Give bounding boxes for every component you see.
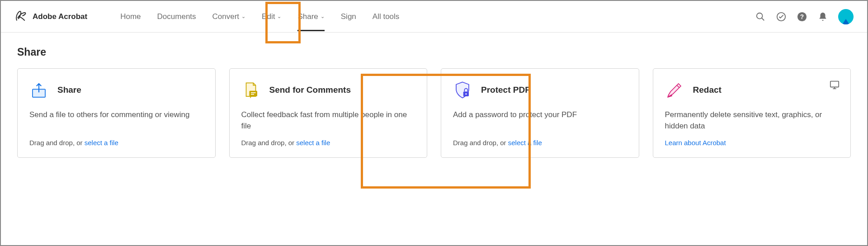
nav-edit[interactable]: Edit⌄ <box>254 3 289 30</box>
card-foot: Drag and drop, or select a file <box>29 139 203 147</box>
card-foot: Drag and drop, or select a file <box>241 139 415 147</box>
header-right: ? <box>755 9 854 24</box>
page-title: Share <box>17 46 851 58</box>
card-desc: Permanently delete sensitive text, graph… <box>665 109 839 132</box>
header: Adobe Acrobat Home Documents Convert⌄ Ed… <box>1 1 867 33</box>
card-title: Send for Comments <box>269 85 351 95</box>
checkmark-circle-icon[interactable] <box>776 11 787 22</box>
card-share[interactable]: Share Send a file to others for commenti… <box>17 68 216 158</box>
select-file-link[interactable]: select a file <box>296 139 330 147</box>
card-redact[interactable]: Redact Permanently delete sensitive text… <box>653 68 851 158</box>
svg-point-0 <box>757 13 763 19</box>
help-icon[interactable]: ? <box>797 11 807 22</box>
chevron-down-icon: ⌄ <box>321 14 325 19</box>
svg-rect-6 <box>249 91 257 96</box>
card-send-comments[interactable]: Send for Comments Collect feedback fast … <box>229 68 428 158</box>
card-head: Send for Comments <box>241 80 415 99</box>
shield-lock-icon <box>453 80 472 99</box>
nav-convert[interactable]: Convert⌄ <box>204 3 254 30</box>
card-foot: Drag and drop, or select a file <box>453 139 627 147</box>
avatar[interactable] <box>838 9 854 24</box>
card-protect-pdf[interactable]: Protect PDF Add a password to protect yo… <box>441 68 639 158</box>
card-desc: Add a password to protect your PDF <box>453 109 627 121</box>
nav-sign[interactable]: Sign <box>333 3 364 30</box>
svg-point-10 <box>465 93 467 95</box>
chevron-down-icon: ⌄ <box>277 14 281 19</box>
logo-area: Adobe Acrobat <box>14 9 87 24</box>
page-content: Share Share Send a file to others for co… <box>1 33 867 171</box>
comments-file-icon <box>241 80 260 99</box>
card-desc: Send a file to others for commenting or … <box>29 109 203 121</box>
brand-text: Adobe Acrobat <box>33 12 87 21</box>
card-foot: Learn about Acrobat <box>665 139 839 147</box>
main-nav: Home Documents Convert⌄ Edit⌄ Share⌄ Sig… <box>112 3 407 30</box>
nav-documents[interactable]: Documents <box>149 3 204 30</box>
card-title: Share <box>57 85 81 95</box>
svg-rect-11 <box>830 81 839 87</box>
card-head: Share <box>29 80 203 99</box>
chevron-down-icon: ⌄ <box>241 14 245 19</box>
acrobat-logo-icon <box>14 9 27 24</box>
svg-text:?: ? <box>800 13 804 20</box>
search-icon[interactable] <box>755 11 766 22</box>
card-head: Redact <box>665 80 839 99</box>
card-desc: Collect feedback fast from multiple peop… <box>241 109 415 132</box>
card-head: Protect PDF <box>453 80 627 99</box>
nav-share[interactable]: Share⌄ <box>289 3 332 30</box>
select-file-link[interactable]: select a file <box>85 139 118 147</box>
learn-link[interactable]: Learn about Acrobat <box>665 139 726 147</box>
nav-all-tools[interactable]: All tools <box>364 3 408 30</box>
redact-marker-icon <box>665 80 684 99</box>
card-title: Redact <box>693 85 722 95</box>
svg-line-1 <box>762 18 764 20</box>
card-title: Protect PDF <box>481 85 530 95</box>
cards-row: Share Send a file to others for commenti… <box>17 68 851 158</box>
bell-icon[interactable] <box>817 11 828 22</box>
desktop-icon <box>830 80 840 90</box>
nav-home[interactable]: Home <box>112 3 149 30</box>
share-upload-icon <box>29 80 48 99</box>
select-file-link[interactable]: select a file <box>508 139 542 147</box>
